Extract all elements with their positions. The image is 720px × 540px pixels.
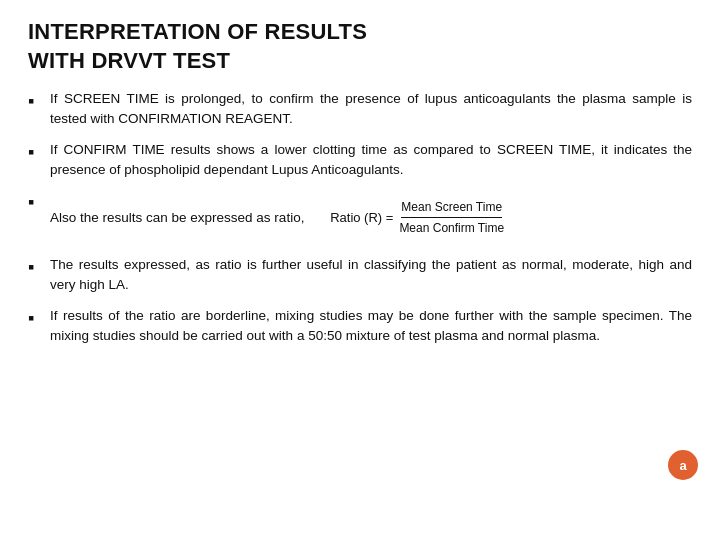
title-line2: WITH DRVVT TEST [28,48,230,73]
bullet-dot-3: ▪ [28,189,46,216]
page: INTERPRETATION OF RESULTS WITH DRVVT TES… [0,0,720,540]
bullet-item-1: ▪ If SCREEN TIME is prolonged, to confir… [28,89,692,130]
bullet-text-2: If CONFIRM TIME results shows a lower cl… [50,140,692,181]
bullet-item-2: ▪ If CONFIRM TIME results shows a lower … [28,140,692,181]
ratio-equation: Ratio (R) = Mean Screen Time Mean Confir… [330,198,504,237]
ratio-fraction: Mean Screen Time Mean Confirm Time [399,198,504,237]
bullet-text-4: The results expressed, as ratio is furth… [50,255,692,296]
ratio-numerator: Mean Screen Time [401,198,502,218]
ratio-label: Ratio (R) = [330,208,393,228]
bullet-dot-5: ▪ [28,305,46,332]
bullet-dot-4: ▪ [28,254,46,281]
bullet-text-3: Also the results can be expressed as rat… [50,190,692,245]
bullet-item-5: ▪ If results of the ratio are borderline… [28,306,692,347]
page-title: INTERPRETATION OF RESULTS WITH DRVVT TES… [28,18,692,75]
ratio-box: Ratio (R) = Mean Screen Time Mean Confir… [330,198,504,237]
bullet-dot-1: ▪ [28,88,46,115]
bullet-text-1: If SCREEN TIME is prolonged, to confirm … [50,89,692,130]
ratio-denominator: Mean Confirm Time [399,218,504,237]
bullet-dot-2: ▪ [28,139,46,166]
circle-badge: a [668,450,698,480]
bullet-list: ▪ If SCREEN TIME is prolonged, to confir… [28,89,692,346]
bullet-item-3: ▪ Also the results can be expressed as r… [28,190,692,245]
bullet-item-4: ▪ The results expressed, as ratio is fur… [28,255,692,296]
bullet-text-5: If results of the ratio are borderline, … [50,306,692,347]
title-line1: INTERPRETATION OF RESULTS [28,19,367,44]
